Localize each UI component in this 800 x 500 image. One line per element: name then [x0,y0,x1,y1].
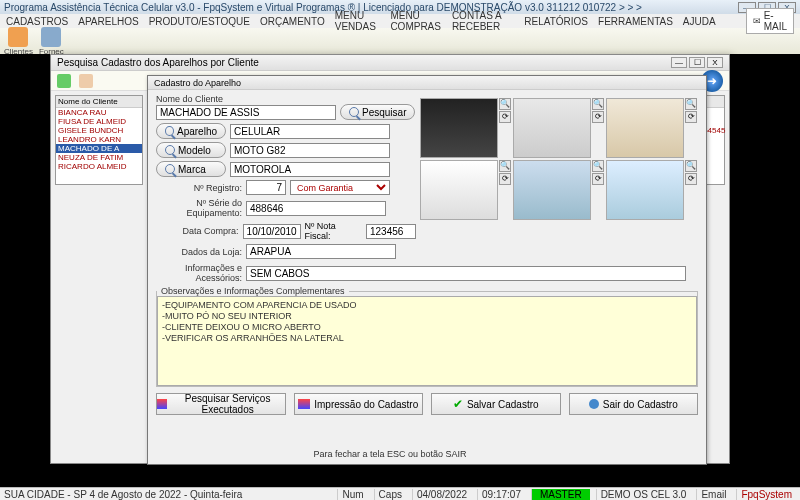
clientes-icon[interactable] [8,27,28,47]
list-item[interactable]: GISELE BUNDCH [56,126,142,135]
status-date: 04/08/2022 [412,489,471,500]
modelo-button[interactable]: Modelo [156,142,226,158]
label-serie: Nº Série do Equipamento: [156,198,242,218]
photo-refresh-icon[interactable]: ⟳ [592,173,604,185]
device-photo-2[interactable] [513,98,591,158]
status-num: Num [337,489,367,500]
add-icon[interactable] [57,74,71,88]
dados-loja-input[interactable] [246,244,396,259]
exit-icon [589,399,599,409]
photo-zoom-icon[interactable]: 🔍 [592,98,604,110]
label-info-acess: Informações e Acessórios: [156,263,242,283]
menu-aparelhos[interactable]: APARELHOS [78,16,138,27]
marca-input[interactable] [230,162,390,177]
salvar-button[interactable]: ✔Salvar Cadastro [431,393,561,415]
menu-relatorios[interactable]: RELATÓRIOS [524,16,588,27]
check-icon: ✔ [453,397,463,411]
label-dados-loja: Dados da Loja: [156,247,242,257]
list-item[interactable]: BIANCA RAU [56,108,142,117]
status-brand: FpqSystem [736,489,796,500]
modelo-input[interactable] [230,143,390,158]
photo-refresh-icon[interactable]: ⟳ [685,173,697,185]
sw-min[interactable]: — [671,57,687,68]
search-icon [165,145,175,155]
status-demo: DEMO OS CEL 3.0 [596,489,691,500]
label-nota-fiscal: Nº Nota Fiscal: [305,221,362,241]
list-icon [157,399,167,409]
menu-ajuda[interactable]: AJUDA [683,16,716,27]
search-window: Pesquisa Cadastro dos Aparelhos por Clie… [50,54,730,464]
serie-input[interactable] [246,201,386,216]
device-photo-4[interactable] [420,160,498,220]
menubar: CADASTROS APARELHOS PRODUTO/ESTOQUE ORÇA… [0,14,800,28]
registro-input[interactable] [246,180,286,195]
menu-ferramentas[interactable]: FERRAMENTAS [598,16,673,27]
device-photo-3[interactable] [606,98,684,158]
main-area: Pesquisa Cadastro dos Aparelhos por Clie… [0,54,800,486]
menu-compras[interactable]: MENU COMPRAS [390,10,441,32]
doc-icon[interactable] [79,74,93,88]
photo-zoom-icon[interactable]: 🔍 [685,98,697,110]
status-email[interactable]: Email [696,489,730,500]
photo-refresh-icon[interactable]: ⟳ [499,111,511,123]
servicos-button[interactable]: Pesquisar Serviços Executados [156,393,286,415]
obs-group: Observações e Informações Complementares… [156,286,698,387]
client-list-header: Nome do Cliente [56,96,142,108]
list-item[interactable]: FIUSA DE ALMEID [56,117,142,126]
email-button[interactable]: ✉ E-MAIL [746,8,794,34]
status-time: 09:17:07 [477,489,525,500]
data-compra-input[interactable] [243,224,301,239]
status-master: MASTER [531,489,590,500]
marca-button[interactable]: Marca [156,161,226,177]
photo-zoom-icon[interactable]: 🔍 [499,98,511,110]
sw-close[interactable]: X [707,57,723,68]
label-nome-cliente: Nome do Cliente [156,94,416,104]
aparelho-input[interactable] [230,124,390,139]
sair-button[interactable]: Sair do Cadastro [569,393,699,415]
obs-textarea[interactable]: -EQUIPAMENTO COM APARENCIA DE USADO -MUI… [157,296,697,386]
photo-zoom-icon[interactable]: 🔍 [499,160,511,172]
search-icon [349,107,359,117]
client-list[interactable]: Nome do Cliente BIANCA RAU FIUSA DE ALME… [55,95,143,185]
info-acess-input[interactable] [246,266,686,281]
list-item[interactable]: RICARDO ALMEID [56,162,142,171]
bottom-buttons: Pesquisar Serviços Executados Impressão … [156,393,698,415]
menu-vendas[interactable]: MENU VENDAS [335,10,381,32]
device-photo-1[interactable] [420,98,498,158]
label-data-compra: Data Compra: [156,226,239,236]
label-registro: Nº Registro: [156,183,242,193]
photo-refresh-icon[interactable]: ⟳ [592,111,604,123]
menu-orcamento[interactable]: ORÇAMENTO [260,16,325,27]
fornec-icon[interactable] [41,27,61,47]
status-caps: Caps [374,489,406,500]
nome-cliente-input[interactable] [156,105,336,120]
sw-max[interactable]: ☐ [689,57,705,68]
close-hint: Para fechar a tela ESC ou botão SAIR [51,447,729,461]
status-city: SUA CIDADE - SP 4 de Agosto de 2022 - Qu… [4,489,242,500]
menu-produto[interactable]: PRODUTO/ESTOQUE [149,16,250,27]
impressao-button[interactable]: Impressão do Cadastro [294,393,424,415]
device-photo-6[interactable] [606,160,684,220]
detail-window: Cadastro do Aparelho Nome do Cliente Pes… [147,75,707,465]
photo-zoom-icon[interactable]: 🔍 [592,160,604,172]
pesquisar-button[interactable]: Pesquisar [340,104,415,120]
aparelho-button[interactable]: Aparelho [156,123,226,139]
photo-zoom-icon[interactable]: 🔍 [685,160,697,172]
obs-legend: Observações e Informações Complementares [157,286,349,296]
list-item[interactable]: NEUZA DE FATIM [56,153,142,162]
menu-contas[interactable]: CONTAS A RECEBER [452,10,514,32]
garantia-combo[interactable]: Com Garantia [290,180,390,195]
device-photo-5[interactable] [513,160,591,220]
nota-fiscal-input[interactable] [366,224,416,239]
menu-cadastros[interactable]: CADASTROS [6,16,68,27]
photo-refresh-icon[interactable]: ⟳ [499,173,511,185]
list-item[interactable]: LEANDRO KARN [56,135,142,144]
search-window-title: Pesquisa Cadastro dos Aparelhos por Clie… [57,57,259,68]
list-item-selected[interactable]: MACHADO DE A [56,144,142,153]
search-window-titlebar: Pesquisa Cadastro dos Aparelhos por Clie… [51,55,729,71]
search-icon [165,164,175,174]
photo-refresh-icon[interactable]: ⟳ [685,111,697,123]
statusbar: SUA CIDADE - SP 4 de Agosto de 2022 - Qu… [0,487,800,500]
app-title: Programa Assistência Técnica Celular v3.… [4,2,642,13]
photo-strip: 🔍⟳ 🔍⟳ 🔍⟳ 🔍⟳ 🔍⟳ 🔍⟳ [420,98,700,220]
